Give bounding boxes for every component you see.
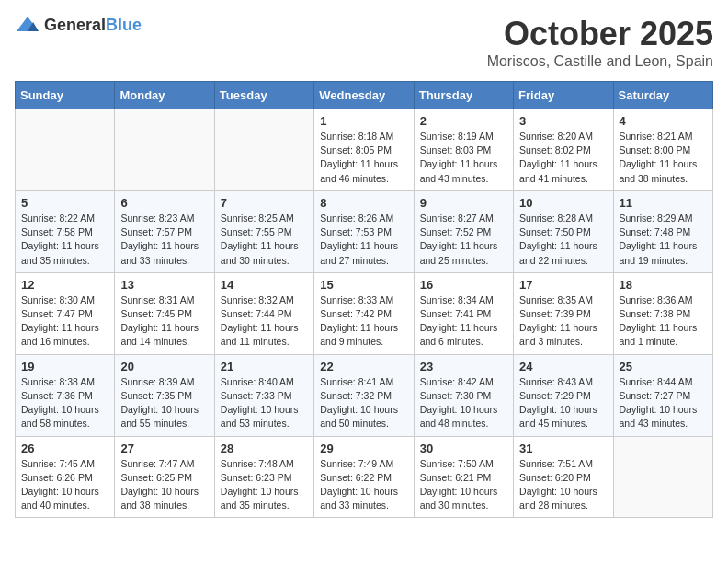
day-number: 2	[420, 114, 507, 128]
day-number: 22	[320, 360, 407, 373]
calendar-cell: 9Sunrise: 8:27 AM Sunset: 7:52 PM Daylig…	[414, 190, 513, 272]
calendar-cell: 25Sunrise: 8:44 AM Sunset: 7:27 PM Dayli…	[613, 354, 712, 436]
day-info: Sunrise: 7:51 AM Sunset: 6:20 PM Dayligh…	[519, 457, 607, 513]
day-number: 18	[620, 278, 707, 292]
day-number: 1	[320, 114, 407, 128]
calendar-cell: 12Sunrise: 8:30 AM Sunset: 7:47 PM Dayli…	[16, 272, 115, 354]
calendar-cell: 22Sunrise: 8:41 AM Sunset: 7:32 PM Dayli…	[314, 354, 414, 436]
day-info: Sunrise: 8:36 AM Sunset: 7:38 PM Dayligh…	[620, 293, 707, 350]
weekday-header-tuesday: Tuesday	[214, 82, 313, 109]
calendar-week-row: 5Sunrise: 8:22 AM Sunset: 7:58 PM Daylig…	[16, 190, 713, 272]
weekday-header-monday: Monday	[115, 82, 214, 109]
location-title: Moriscos, Castille and Leon, Spain	[487, 53, 713, 70]
day-info: Sunrise: 8:18 AM Sunset: 8:05 PM Dayligh…	[320, 130, 407, 186]
day-number: 25	[620, 360, 707, 373]
calendar-cell: 8Sunrise: 8:26 AM Sunset: 7:53 PM Daylig…	[314, 190, 414, 272]
calendar-cell: 29Sunrise: 7:49 AM Sunset: 6:22 PM Dayli…	[314, 436, 414, 518]
calendar-cell: 21Sunrise: 8:40 AM Sunset: 7:33 PM Dayli…	[214, 354, 313, 436]
calendar-cell: 15Sunrise: 8:33 AM Sunset: 7:42 PM Dayli…	[314, 272, 414, 354]
day-info: Sunrise: 7:47 AM Sunset: 6:25 PM Dayligh…	[120, 457, 208, 513]
calendar-cell: 6Sunrise: 8:23 AM Sunset: 7:57 PM Daylig…	[115, 190, 214, 272]
day-info: Sunrise: 8:19 AM Sunset: 8:03 PM Dayligh…	[420, 130, 507, 186]
day-info: Sunrise: 8:29 AM Sunset: 7:48 PM Dayligh…	[620, 212, 707, 268]
day-info: Sunrise: 8:41 AM Sunset: 7:32 PM Dayligh…	[320, 375, 407, 431]
calendar-cell: 30Sunrise: 7:50 AM Sunset: 6:21 PM Dayli…	[414, 436, 513, 518]
day-info: Sunrise: 8:27 AM Sunset: 7:52 PM Dayligh…	[420, 212, 507, 268]
month-title: October 2025	[487, 15, 713, 53]
day-number: 29	[320, 442, 407, 455]
day-number: 17	[519, 278, 607, 292]
day-number: 8	[320, 196, 407, 210]
calendar-cell: 26Sunrise: 7:45 AM Sunset: 6:26 PM Dayli…	[16, 436, 115, 518]
calendar-cell: 28Sunrise: 7:48 AM Sunset: 6:23 PM Dayli…	[214, 436, 313, 518]
day-info: Sunrise: 8:33 AM Sunset: 7:42 PM Dayligh…	[320, 293, 407, 350]
day-number: 12	[21, 278, 108, 292]
calendar-cell: 4Sunrise: 8:21 AM Sunset: 8:00 PM Daylig…	[613, 109, 712, 191]
calendar-cell	[115, 109, 214, 191]
day-info: Sunrise: 8:26 AM Sunset: 7:53 PM Dayligh…	[320, 212, 407, 268]
day-number: 7	[221, 196, 308, 210]
calendar-cell: 10Sunrise: 8:28 AM Sunset: 7:50 PM Dayli…	[514, 190, 613, 272]
calendar-week-row: 1Sunrise: 8:18 AM Sunset: 8:05 PM Daylig…	[16, 109, 713, 191]
calendar-cell: 1Sunrise: 8:18 AM Sunset: 8:05 PM Daylig…	[314, 109, 414, 191]
logo-icon	[15, 15, 40, 35]
day-number: 23	[420, 360, 507, 373]
calendar-cell	[214, 109, 313, 191]
logo: GeneralBlue	[15, 15, 142, 35]
day-info: Sunrise: 7:50 AM Sunset: 6:21 PM Dayligh…	[420, 457, 507, 513]
calendar-cell: 19Sunrise: 8:38 AM Sunset: 7:36 PM Dayli…	[16, 354, 115, 436]
day-number: 3	[519, 114, 607, 128]
calendar-cell: 27Sunrise: 7:47 AM Sunset: 6:25 PM Dayli…	[115, 436, 214, 518]
calendar-cell: 7Sunrise: 8:25 AM Sunset: 7:55 PM Daylig…	[214, 190, 313, 272]
calendar-cell	[16, 109, 115, 191]
day-info: Sunrise: 8:22 AM Sunset: 7:58 PM Dayligh…	[21, 212, 108, 268]
calendar-cell: 11Sunrise: 8:29 AM Sunset: 7:48 PM Dayli…	[613, 190, 712, 272]
day-number: 16	[420, 278, 507, 292]
day-number: 13	[120, 278, 208, 292]
logo-text-blue: Blue	[106, 16, 142, 34]
weekday-header-wednesday: Wednesday	[314, 82, 414, 109]
day-info: Sunrise: 8:35 AM Sunset: 7:39 PM Dayligh…	[519, 293, 607, 350]
day-number: 28	[221, 442, 308, 455]
calendar-cell: 14Sunrise: 8:32 AM Sunset: 7:44 PM Dayli…	[214, 272, 313, 354]
day-info: Sunrise: 8:32 AM Sunset: 7:44 PM Dayligh…	[221, 293, 308, 350]
day-number: 4	[620, 114, 707, 128]
day-info: Sunrise: 8:40 AM Sunset: 7:33 PM Dayligh…	[221, 375, 308, 431]
day-info: Sunrise: 8:34 AM Sunset: 7:41 PM Dayligh…	[420, 293, 507, 350]
title-area: October 2025 Moriscos, Castille and Leon…	[487, 15, 713, 70]
day-info: Sunrise: 8:23 AM Sunset: 7:57 PM Dayligh…	[120, 212, 208, 268]
day-number: 11	[620, 196, 707, 210]
page-header: GeneralBlue October 2025 Moriscos, Casti…	[15, 15, 713, 70]
day-info: Sunrise: 7:48 AM Sunset: 6:23 PM Dayligh…	[221, 457, 308, 513]
day-number: 9	[420, 196, 507, 210]
day-info: Sunrise: 8:43 AM Sunset: 7:29 PM Dayligh…	[519, 375, 607, 431]
day-number: 31	[519, 442, 607, 455]
calendar-table: SundayMondayTuesdayWednesdayThursdayFrid…	[15, 81, 713, 518]
calendar-cell: 16Sunrise: 8:34 AM Sunset: 7:41 PM Dayli…	[414, 272, 513, 354]
day-number: 14	[221, 278, 308, 292]
day-number: 5	[21, 196, 108, 210]
day-info: Sunrise: 8:20 AM Sunset: 8:02 PM Dayligh…	[519, 130, 607, 186]
calendar-cell: 17Sunrise: 8:35 AM Sunset: 7:39 PM Dayli…	[514, 272, 613, 354]
weekday-header-saturday: Saturday	[613, 82, 712, 109]
calendar-cell	[613, 436, 712, 518]
day-info: Sunrise: 8:25 AM Sunset: 7:55 PM Dayligh…	[221, 212, 308, 268]
day-info: Sunrise: 7:49 AM Sunset: 6:22 PM Dayligh…	[320, 457, 407, 513]
day-number: 30	[420, 442, 507, 455]
day-number: 21	[221, 360, 308, 373]
day-number: 15	[320, 278, 407, 292]
calendar-cell: 13Sunrise: 8:31 AM Sunset: 7:45 PM Dayli…	[115, 272, 214, 354]
calendar-cell: 18Sunrise: 8:36 AM Sunset: 7:38 PM Dayli…	[613, 272, 712, 354]
day-number: 6	[120, 196, 208, 210]
day-info: Sunrise: 8:42 AM Sunset: 7:30 PM Dayligh…	[420, 375, 507, 431]
calendar-week-row: 19Sunrise: 8:38 AM Sunset: 7:36 PM Dayli…	[16, 354, 713, 436]
day-number: 19	[21, 360, 108, 373]
day-info: Sunrise: 8:31 AM Sunset: 7:45 PM Dayligh…	[120, 293, 208, 350]
day-info: Sunrise: 8:44 AM Sunset: 7:27 PM Dayligh…	[620, 375, 707, 431]
day-number: 10	[519, 196, 607, 210]
calendar-week-row: 12Sunrise: 8:30 AM Sunset: 7:47 PM Dayli…	[16, 272, 713, 354]
day-info: Sunrise: 8:30 AM Sunset: 7:47 PM Dayligh…	[21, 293, 108, 350]
calendar-cell: 23Sunrise: 8:42 AM Sunset: 7:30 PM Dayli…	[414, 354, 513, 436]
day-info: Sunrise: 8:38 AM Sunset: 7:36 PM Dayligh…	[21, 375, 108, 431]
weekday-header-friday: Friday	[514, 82, 613, 109]
